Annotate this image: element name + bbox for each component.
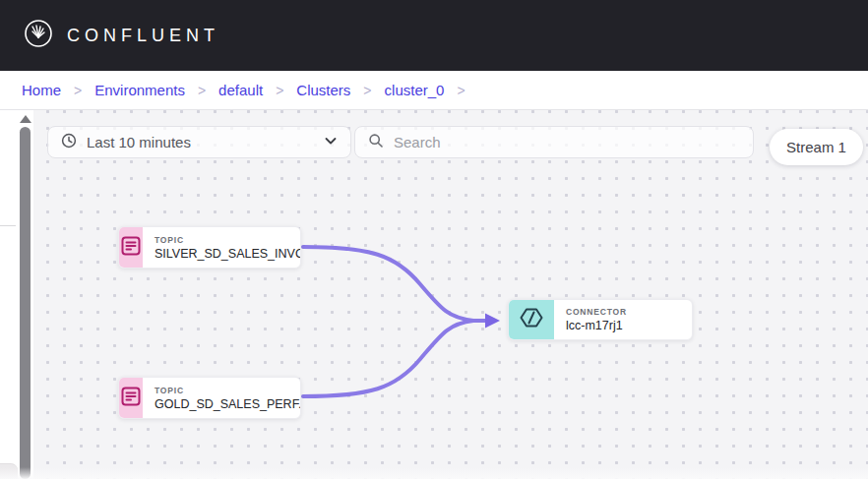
lineage-node-connector[interactable]: CONNECTOR lcc-m17rj1 <box>508 299 693 340</box>
stream-selector-label: Stream 1 <box>786 139 846 155</box>
breadcrumb-home[interactable]: Home <box>22 82 61 98</box>
time-range-dropdown[interactable]: Last 10 minutes <box>47 126 351 158</box>
breadcrumb: Home > Environments > default > Clusters… <box>0 71 868 110</box>
topic-accent-panel <box>119 378 143 418</box>
confluent-spark-icon <box>24 19 53 52</box>
search-input[interactable] <box>394 134 740 150</box>
node-name-label: lcc-m17rj1 <box>566 319 627 332</box>
breadcrumb-default[interactable]: default <box>218 82 263 98</box>
brand-logo-group[interactable]: CONFLUENT <box>24 19 219 52</box>
lineage-node-topic-silver[interactable]: TOPIC SILVER_SD_SALES_INVO... <box>118 226 301 269</box>
chevron-right-icon: > <box>276 83 283 98</box>
chevron-right-icon: > <box>363 83 371 98</box>
breadcrumb-cluster-0[interactable]: cluster_0 <box>385 82 445 98</box>
vertical-scrollbar-thumb[interactable] <box>20 127 31 479</box>
connector-accent-panel <box>509 300 554 339</box>
node-name-label: GOLD_SD_SALES_PERF... <box>155 397 301 411</box>
chevron-down-icon <box>324 134 338 151</box>
brand-wordmark: CONFLUENT <box>67 26 219 46</box>
stream-selector-button[interactable]: Stream 1 <box>770 129 863 165</box>
left-panel-divider <box>0 225 16 226</box>
confluent-app-window: CONFLUENT Home > Environments > default … <box>0 0 868 479</box>
stream-lineage-canvas[interactable]: Last 10 minutes Stream 1 <box>0 110 868 479</box>
app-header: CONFLUENT <box>0 0 868 71</box>
node-type-label: TOPIC <box>155 235 301 245</box>
connector-icon <box>519 306 544 333</box>
node-text-group: TOPIC SILVER_SD_SALES_INVO... <box>143 227 301 268</box>
node-name-label: SILVER_SD_SALES_INVO... <box>155 247 301 261</box>
scrollbar-up-arrow[interactable] <box>20 115 31 123</box>
topic-icon <box>119 234 143 262</box>
search-icon <box>368 133 384 152</box>
node-type-label: TOPIC <box>155 386 301 395</box>
breadcrumb-environments[interactable]: Environments <box>94 82 185 98</box>
node-text-group: CONNECTOR lcc-m17rj1 <box>554 300 639 339</box>
topic-icon <box>119 385 143 412</box>
topic-accent-panel <box>119 227 143 268</box>
lineage-node-topic-gold[interactable]: TOPIC GOLD_SD_SALES_PERF... <box>118 377 301 419</box>
edge-arrowhead <box>485 314 500 329</box>
time-range-label: Last 10 minutes <box>87 134 324 150</box>
node-type-label: CONNECTOR <box>566 307 627 317</box>
lineage-edges <box>0 110 868 479</box>
chevron-right-icon: > <box>457 83 465 98</box>
edge-topic1-to-connector <box>303 247 485 321</box>
edge-topic2-to-connector <box>303 321 485 396</box>
node-text-group: TOPIC GOLD_SD_SALES_PERF... <box>143 378 301 418</box>
chevron-right-icon: > <box>74 83 82 98</box>
canvas-bottom-fade <box>0 467 868 479</box>
clock-icon <box>61 133 77 152</box>
breadcrumb-clusters[interactable]: Clusters <box>296 82 350 98</box>
chevron-right-icon: > <box>198 83 206 98</box>
search-field <box>354 126 754 158</box>
